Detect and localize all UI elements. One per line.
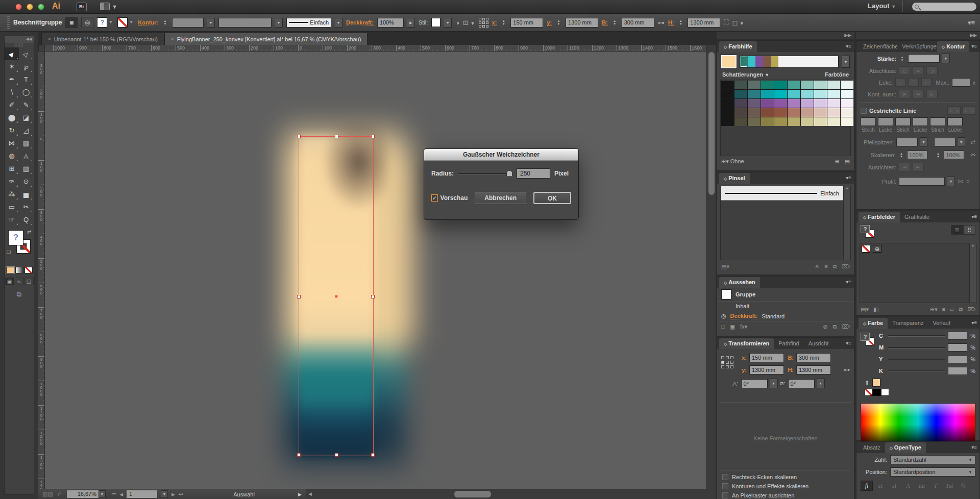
panel-menu-icon[interactable]: ▾≡ <box>971 444 977 450</box>
stroke-weight-field[interactable] <box>172 18 204 28</box>
channel-value-field[interactable] <box>948 343 967 352</box>
color-variation-swatch[interactable] <box>721 90 734 98</box>
color-variation-swatch[interactable] <box>721 81 734 89</box>
selection-handle[interactable] <box>297 135 301 138</box>
artboard-dropdown[interactable]: ▼ <box>161 490 168 498</box>
color-variation-swatch[interactable] <box>841 117 853 126</box>
reference-point-selector[interactable] <box>721 356 733 368</box>
bridge-button[interactable]: Br <box>77 3 87 11</box>
color-variation-swatch[interactable] <box>748 81 761 89</box>
swatch-kinds-icon[interactable]: ◧ <box>873 306 878 313</box>
delete-item-icon[interactable]: ⌦ <box>842 323 850 330</box>
color-variation-swatch[interactable] <box>827 90 840 98</box>
brush-libraries-icon[interactable]: ▤▾ <box>721 263 729 270</box>
opentype-feature-button[interactable]: 1st <box>943 481 955 491</box>
x-stepper[interactable]: ▲▼ <box>500 18 507 28</box>
color-variation-swatch[interactable] <box>721 108 734 117</box>
preview-checkbox[interactable]: ✓ <box>431 194 438 202</box>
color-variation-swatch[interactable] <box>761 108 774 117</box>
color-variation-swatch[interactable] <box>841 81 853 89</box>
color-variation-swatch[interactable] <box>788 90 800 98</box>
tab-kontur[interactable]: Kontur <box>937 41 969 52</box>
shear-angle-dropdown[interactable]: ▼ <box>817 379 825 388</box>
new-stroke-icon[interactable]: □ <box>721 323 725 330</box>
zoom-dropdown[interactable]: ▼ <box>99 490 106 498</box>
tab-absatz[interactable]: Absatz <box>859 442 885 453</box>
last-color-swatch[interactable] <box>872 379 880 387</box>
new-color-group-icon[interactable]: ▱ <box>950 306 954 313</box>
none-mode-button[interactable] <box>24 267 33 273</box>
fill-color-well[interactable]: ? <box>8 230 23 245</box>
reference-point-selector[interactable] <box>479 18 488 28</box>
color-variation-swatch[interactable] <box>761 117 774 126</box>
panel-menu-icon[interactable]: ▾≡ <box>971 214 977 219</box>
control-panel-menu-icon[interactable]: ▾≡ <box>968 19 975 27</box>
artboard-number-field[interactable]: 1 <box>127 490 157 498</box>
add-effect-icon[interactable]: fx▾ <box>740 323 747 330</box>
color-variation-swatch[interactable] <box>827 108 840 117</box>
save-to-swatches-icon[interactable]: ▤ <box>845 158 850 165</box>
color-variation-swatch[interactable] <box>734 108 747 117</box>
channel-value-field[interactable] <box>948 332 967 340</box>
link-scale-icon[interactable]: ⚯ <box>971 152 975 158</box>
color-variation-swatch[interactable] <box>814 117 827 126</box>
color-variation-swatch[interactable] <box>827 81 840 89</box>
color-variation-swatch[interactable] <box>788 117 800 126</box>
minimize-window-button[interactable] <box>27 4 33 10</box>
registration-swatch[interactable]: ⊕ <box>873 245 881 253</box>
width-tool[interactable]: ⋈ <box>5 137 19 149</box>
option-checkbox[interactable] <box>722 474 728 480</box>
search-input[interactable] <box>912 2 977 11</box>
panel-menu-icon[interactable]: ▾≡ <box>846 175 851 181</box>
opacity-stepper[interactable]: ▶ <box>407 18 415 28</box>
eraser-tool[interactable]: ◪ <box>19 111 33 124</box>
horizontal-scrollbar[interactable]: ◀ <box>306 489 716 499</box>
opacity-link[interactable]: Deckkraft: <box>730 313 758 319</box>
color-variation-swatch[interactable] <box>734 117 747 126</box>
channel-value-field[interactable] <box>948 355 967 363</box>
width-stepper[interactable]: ▲▼ <box>611 18 618 28</box>
color-variation-swatch[interactable] <box>814 90 827 98</box>
lasso-tool[interactable]: ℘ <box>19 60 33 73</box>
selection-center-point[interactable] <box>335 295 338 298</box>
brush-list-scrollbar[interactable]: ▲ <box>843 186 850 260</box>
edit-colors-icon[interactable]: ⊕ <box>835 158 839 165</box>
preserve-dash-button[interactable]: ⊏⊐ <box>947 106 961 115</box>
free-transform-tool[interactable]: ▦ <box>19 137 33 149</box>
gradient-tool[interactable]: ▥ <box>19 162 33 175</box>
align-arrow-tip-button[interactable]: ⇥ <box>899 163 910 171</box>
opentype-feature-button[interactable]: st <box>888 481 900 491</box>
align-arrow-end-button[interactable]: ⇤ <box>913 163 924 171</box>
stroke-panel-link[interactable]: Kontur: <box>138 19 158 26</box>
align-dash-button[interactable]: ⊏⊐ <box>962 106 975 115</box>
new-brush-icon[interactable]: ⧉ <box>833 263 837 270</box>
selection-handle[interactable] <box>371 135 375 138</box>
new-swatch-icon[interactable]: ⧉ <box>959 306 963 313</box>
fill-stroke-proxy[interactable]: ? <box>861 225 878 240</box>
rotate-tool[interactable]: ↻ <box>5 124 19 137</box>
panel-grip[interactable] <box>7 16 10 29</box>
color-variation-swatch[interactable] <box>721 99 734 108</box>
selection-handle[interactable] <box>335 453 338 457</box>
harmony-color-swatch[interactable] <box>771 56 778 67</box>
swap-fill-stroke-icon[interactable]: ⇄ <box>27 229 31 235</box>
flip-across-icon[interactable]: ≎ <box>966 178 970 185</box>
dash-gap-field[interactable] <box>913 117 928 126</box>
zoom-tool[interactable]: Q <box>19 213 33 226</box>
tab-grafikstile[interactable]: Grafikstile <box>900 212 934 222</box>
color-variation-swatch[interactable] <box>774 99 787 108</box>
collapse-tools-icon[interactable]: ◀◀ <box>5 36 34 43</box>
color-variation-swatch[interactable] <box>734 99 747 108</box>
opentype-feature-button[interactable]: ½ <box>957 481 969 491</box>
fill-color-control[interactable]: ?▼ <box>97 17 114 28</box>
opacity-link[interactable]: Deckkraft: <box>346 19 374 26</box>
constrain-proportions-icon[interactable]: ⊶ <box>844 366 850 373</box>
show-swatch-kinds-icon[interactable]: ⊞▾ <box>930 306 938 313</box>
variable-width-dropdown[interactable]: ▼ <box>275 18 283 28</box>
collapse-dock-icon[interactable]: ▶▶ <box>717 32 854 39</box>
color-variation-swatch[interactable] <box>801 90 814 98</box>
previous-artboard-icon[interactable]: ◀ <box>119 492 123 497</box>
panel-menu-icon[interactable]: ▾≡ <box>971 320 977 326</box>
channel-slider[interactable] <box>888 335 945 337</box>
transform-y-field[interactable]: 1300 mm <box>749 365 784 375</box>
